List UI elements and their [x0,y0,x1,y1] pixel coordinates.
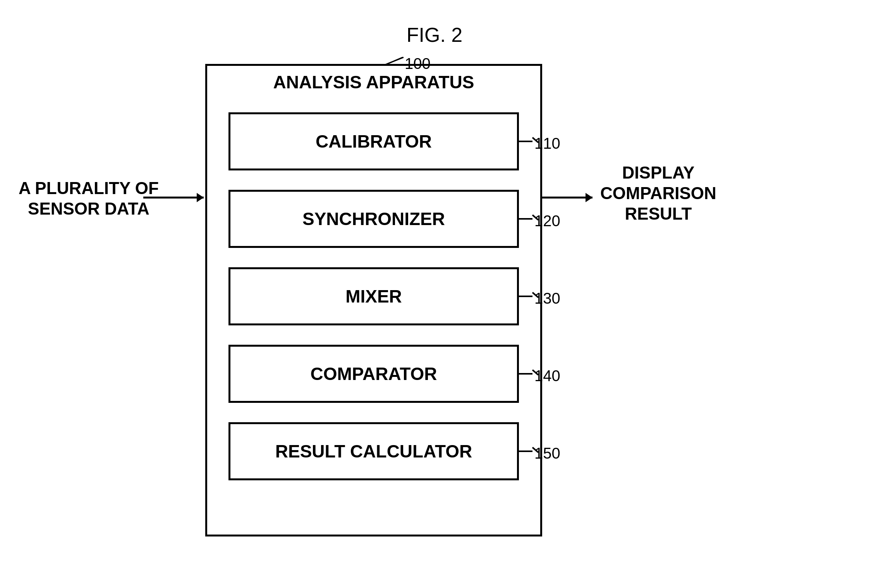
svg-marker-14 [586,193,592,202]
apparatus-title: ANALYSIS APPARATUS [205,72,542,93]
synchronizer-label: SYNCHRONIZER [302,208,445,229]
comparator-label: COMPARATOR [310,363,437,384]
input-label: A PLURALITY OFSENSOR DATA [19,178,159,219]
mixer-box: MIXER [228,267,519,325]
diagram-container: FIG. 2 ANALYSIS APPARATUS CALIBRATOR SYN… [0,0,869,588]
ref-110: 110 [534,135,560,152]
ref-100: 100 [405,55,431,72]
ref-150: 150 [534,445,560,462]
result-calculator-label: RESULT CALCULATOR [275,441,472,462]
ref-140: 140 [534,367,560,385]
ref-130: 130 [534,290,560,307]
svg-line-2 [387,57,403,64]
synchronizer-box: SYNCHRONIZER [228,190,519,248]
mixer-label: MIXER [345,286,402,307]
svg-marker-1 [197,193,204,202]
output-label: DISPLAYCOMPARISONRESULT [600,163,716,224]
result-calculator-box: RESULT CALCULATOR [228,422,519,480]
calibrator-box: CALIBRATOR [228,112,519,170]
calibrator-label: CALIBRATOR [316,131,432,152]
ref-120: 120 [534,212,560,230]
comparator-box: COMPARATOR [228,345,519,403]
figure-title: FIG. 2 [407,23,462,46]
